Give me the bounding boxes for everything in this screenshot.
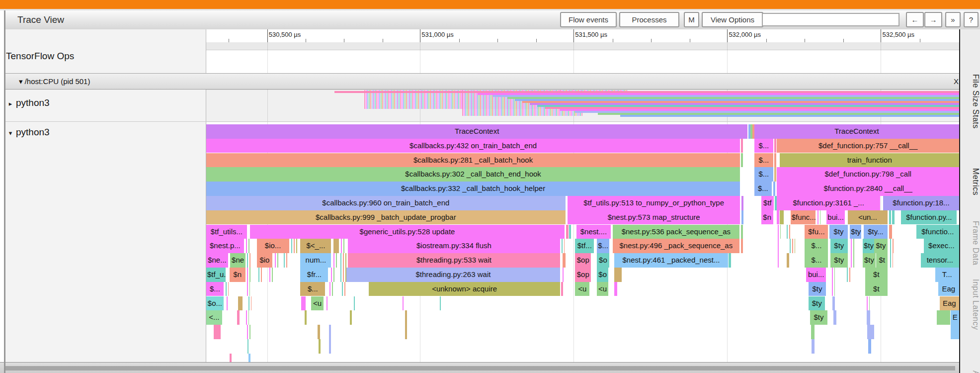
flame-sliver[interactable] — [614, 268, 622, 282]
flame-sliver[interactable] — [775, 196, 777, 210]
help-button[interactable]: ? — [964, 12, 979, 27]
flame-sliver[interactable] — [832, 282, 835, 296]
flame-sliver[interactable] — [867, 325, 874, 339]
flame-sliver[interactable] — [773, 182, 775, 196]
flame-sliver[interactable] — [562, 239, 565, 253]
flame-sliver[interactable] — [214, 325, 221, 339]
header-button-view-options[interactable]: View Options — [702, 12, 763, 27]
flame-segment[interactable]: $ty — [874, 239, 888, 253]
flame-segment[interactable]: $threading.py:533 wait — [348, 253, 560, 268]
flame-sliver[interactable] — [868, 339, 871, 354]
flame-segment[interactable]: $n — [230, 268, 245, 282]
flame-sliver[interactable] — [741, 225, 743, 239]
flame-sliver[interactable] — [851, 253, 855, 268]
tab-file-size-stats[interactable]: File Size Stats — [960, 64, 980, 139]
flame-sliver[interactable] — [247, 253, 251, 268]
flame-segment[interactable]: $... — [300, 282, 325, 296]
flame-segment[interactable]: $nest.... — [576, 225, 610, 239]
flame-sliver[interactable] — [790, 239, 795, 253]
flame-segment[interactable]: <u — [597, 282, 608, 296]
tab-input-latency[interactable]: Input Latency — [960, 277, 980, 332]
flame-segment[interactable]: $tf — [761, 196, 774, 210]
flame-segment[interactable]: $callbacks.py:302 _call_batch_end_hook — [206, 167, 740, 182]
flame-sliver[interactable] — [566, 225, 569, 239]
flame-sliver[interactable] — [230, 354, 232, 362]
flame-sliver[interactable] — [403, 296, 405, 311]
flame-segment[interactable]: $functio... — [916, 225, 959, 239]
track-python3-collapsed[interactable]: ▸python3 — [5, 97, 206, 108]
flame-segment[interactable]: $ty... — [864, 225, 888, 239]
flame-segment[interactable]: $function.py:18... — [883, 196, 959, 210]
collapsed-track-preview[interactable] — [206, 90, 959, 122]
flame-sliver[interactable] — [248, 354, 250, 362]
flame-sliver[interactable] — [563, 253, 566, 268]
flame-sliver[interactable] — [780, 210, 784, 225]
flame-segment[interactable]: $o... — [206, 296, 224, 311]
header-button-flow-events[interactable]: Flow events — [560, 12, 617, 27]
flame-sliver[interactable] — [741, 139, 743, 153]
flame-segment[interactable]: $op — [575, 253, 591, 268]
flame-sliver[interactable] — [937, 310, 950, 325]
flame-segment[interactable]: $nest.py:496 _pack_sequence_as — [613, 239, 739, 253]
flame-segment[interactable]: $callbacks.py:960 on_train_batch_end — [206, 196, 566, 210]
flame-segment[interactable]: <... — [206, 310, 222, 325]
flame-segment[interactable]: $ty — [809, 282, 826, 296]
flame-sliver[interactable] — [741, 239, 743, 253]
flame-segment[interactable]: $nest.py:536 pack_sequence_as — [613, 225, 739, 239]
flame-sliver[interactable] — [889, 210, 891, 225]
flame-sliver[interactable] — [341, 239, 345, 253]
flame-segment[interactable]: Eag — [938, 282, 959, 296]
flame-segment[interactable]: $ne — [230, 253, 245, 268]
flame-segment[interactable]: $function.py... — [901, 210, 957, 225]
flame-segment[interactable]: $threading.py:263 wait — [346, 268, 560, 282]
flame-sliver[interactable] — [333, 239, 339, 253]
flame-segment[interactable]: $fu... — [805, 225, 828, 239]
flame-sliver[interactable] — [405, 325, 407, 339]
flame-segment[interactable]: $... — [754, 153, 773, 168]
flame-sliver[interactable] — [246, 239, 250, 253]
flame-segment[interactable]: $def_function.py:798 _call — [777, 167, 959, 182]
flame-segment[interactable]: $t — [865, 282, 888, 296]
flame-segment[interactable]: TraceContext — [754, 124, 959, 139]
track-python3-expanded[interactable]: ▾python3 — [5, 127, 206, 138]
flame-sliver[interactable] — [238, 296, 243, 311]
flame-sliver[interactable] — [301, 296, 306, 311]
flame-sliver[interactable] — [563, 268, 565, 282]
search-input[interactable] — [762, 13, 899, 26]
flame-segment[interactable]: $ty — [850, 225, 861, 239]
horizontal-scrollbar[interactable] — [0, 362, 959, 373]
expand-arrow-icon[interactable]: ▸ — [5, 100, 16, 107]
flame-segment[interactable]: $func... — [791, 210, 816, 225]
header-button-m[interactable]: M — [684, 12, 699, 27]
flame-segment[interactable]: $generic_utils.py:528 update — [250, 225, 565, 239]
flame-segment[interactable]: $o — [597, 253, 609, 268]
flame-sliver[interactable] — [284, 253, 288, 268]
tab-metrics[interactable]: Metrics — [960, 160, 980, 204]
flame-sliver[interactable] — [331, 268, 335, 282]
flame-segment[interactable]: <un... — [848, 210, 888, 225]
flame-segment[interactable]: $ty — [863, 253, 876, 268]
flame-segment[interactable]: $... — [754, 167, 773, 182]
flame-segment[interactable]: $ne... — [206, 253, 228, 268]
flame-segment[interactable]: $ty — [830, 239, 848, 253]
flame-sliver[interactable] — [832, 296, 835, 311]
flame-sliver[interactable] — [614, 282, 617, 296]
flame-sliver[interactable] — [350, 310, 352, 325]
flame-sliver[interactable] — [569, 225, 571, 239]
flame-segment[interactable]: $... — [597, 239, 609, 253]
flame-sliver[interactable] — [305, 310, 307, 325]
flame-segment[interactable]: train_function — [780, 153, 959, 168]
flame-segment[interactable]: Eag — [940, 296, 959, 311]
flame-segment[interactable]: $function.py:3161 _... — [777, 196, 880, 210]
flame-segment[interactable]: E — [951, 310, 959, 325]
flame-segment[interactable]: $... — [754, 139, 773, 153]
flame-sliver[interactable] — [778, 239, 780, 253]
flame-sliver[interactable] — [774, 139, 776, 153]
flame-sliver[interactable] — [354, 296, 356, 311]
flame-sliver[interactable] — [817, 210, 820, 225]
flame-segment[interactable]: $nest.p... — [206, 239, 244, 253]
flame-segment[interactable]: $tf_utils.py:513 to_numpy_or_python_type — [568, 196, 740, 210]
flame-segment[interactable]: bui... — [806, 268, 825, 282]
flame-segment[interactable]: num... — [300, 253, 331, 268]
flame-sliver[interactable] — [561, 282, 563, 296]
